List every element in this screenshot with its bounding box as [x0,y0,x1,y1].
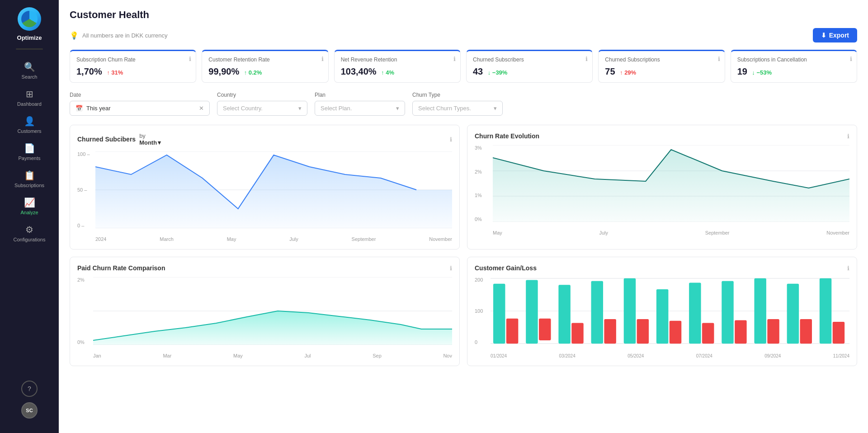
kpi-info-icon-5[interactable]: ℹ [850,56,852,62]
search-icon: 🔍 [24,61,35,72]
export-label: Export [829,32,849,39]
page-title: Customer Health [70,9,857,21]
svg-rect-16 [539,319,551,340]
filter-plan-placeholder: Select Plan. [321,105,352,112]
filter-date-select[interactable]: 📅 This year ✕ [70,101,210,116]
user-avatar[interactable]: SC [21,402,38,419]
kpi-value-row-0: 1,70% ↑ 31% [76,66,189,77]
svg-rect-25 [689,282,701,344]
kpi-value-row-3: 43 ↓ −39% [473,66,586,77]
filters-row: Date 📅 This year ✕ Country Select Countr… [70,92,857,116]
kpi-info-icon-1[interactable]: ℹ [321,56,324,62]
download-icon: ⬇ [821,32,826,39]
chart4-info-icon[interactable]: ℹ [847,265,849,272]
main-content: Customer Health 💡 All numbers are in DKK… [59,0,868,433]
kpi-title-4: Churned Subscriptions [605,56,718,63]
dashboard-icon: ⊞ [26,89,33,99]
chart3-info-icon[interactable]: ℹ [450,265,452,272]
chart1-svg [95,151,452,228]
filter-country-select[interactable]: Select Country. ▾ [217,101,307,116]
analyze-icon: 📈 [24,197,35,208]
help-button[interactable]: ? [21,381,38,397]
sidebar-item-configurations[interactable]: ⚙ Configurations [0,220,59,247]
svg-rect-14 [506,319,518,344]
notice-text: 💡 All numbers are in DKK currency [70,31,168,40]
kpi-card-0: Subscription Churn Rate 1,70% ↑ 31% ℹ [70,50,196,83]
paid-churn-rate-chart: Paid Churn Rate Comparison ℹ 2% 0% [70,257,460,366]
sidebar-item-customers[interactable]: 👤 Customers [0,111,59,138]
filter-churn-select[interactable]: Select Churn Types. ▾ [412,101,503,116]
kpi-value-1: 99,90% [208,66,239,76]
chart4-area: 200 100 0 [475,277,849,358]
sidebar-item-dashboard[interactable]: ⊞ Dashboard [0,84,59,111]
sidebar-item-subscriptions[interactable]: 📋 Subscriptions [0,165,59,193]
kpi-value-5: 19 [737,66,747,76]
kpi-value-2: 103,40% [341,66,377,76]
kpi-info-icon-0[interactable]: ℹ [189,56,191,62]
sidebar-item-label: Payments [19,155,41,161]
sidebar-item-label: Dashboard [17,101,42,107]
avatar-label: SC [26,408,33,413]
svg-rect-19 [591,281,603,344]
sidebar-item-label: Search [22,74,38,80]
sidebar-item-label: Subscriptions [14,183,44,188]
chart1-by-select[interactable]: Month ▾ [139,139,161,146]
chart1-y-labels: 100 – 50 – 0 – [77,151,95,228]
kpi-info-icon-3[interactable]: ℹ [585,56,588,62]
sidebar-divider [16,48,43,50]
kpi-info-icon-4[interactable]: ℹ [718,56,720,62]
svg-rect-24 [670,321,681,344]
clear-icon[interactable]: ✕ [199,105,204,112]
customer-gain-loss-chart: Customer Gain/Loss ℹ 200 100 0 [467,257,857,366]
notice-icon: 💡 [70,31,79,40]
payments-icon: 📄 [24,143,35,154]
kpi-delta-3: ↓ −39% [488,69,508,76]
sidebar-item-payments[interactable]: 📄 Payments [0,138,59,165]
logo [18,7,41,31]
calendar-icon: 📅 [75,105,83,112]
svg-rect-18 [571,323,583,344]
charts-row-2: Paid Churn Rate Comparison ℹ 2% 0% [70,257,857,366]
kpi-delta-0: ↑ 31% [107,69,123,76]
filter-churn-label: Churn Type [412,92,503,98]
sidebar-item-search[interactable]: 🔍 Search [0,57,59,84]
svg-rect-23 [656,289,668,344]
chart4-bars [491,277,849,345]
chart4-header: Customer Gain/Loss ℹ [475,264,849,272]
chevron-down-icon: ▾ [396,105,399,112]
notice-bar: 💡 All numbers are in DKK currency ⬇ Expo… [70,28,857,42]
svg-rect-22 [637,319,649,344]
chart3-area-svg [93,277,452,345]
kpi-value-row-1: 99,90% ↑ 0.2% [208,66,321,77]
configurations-icon: ⚙ [25,224,33,235]
chart1-title: Churned Subcibers by Month ▾ [77,132,161,146]
sidebar-item-label: Customers [17,128,41,134]
sidebar-item-analyze[interactable]: 📈 Analyze [0,193,59,220]
chart2-title: Churn Rate Evolution [475,132,539,140]
svg-rect-20 [604,319,616,344]
filter-country-placeholder: Select Country. [223,105,263,112]
chart1-x-labels: 2024 March May July September November [95,236,452,242]
kpi-card-5: Subscriptions in Cancellation 19 ↓ −53% … [731,50,857,83]
kpi-value-row-4: 75 ↑ 29% [605,66,718,77]
svg-rect-21 [624,278,636,344]
chevron-down-icon: ▾ [494,105,497,112]
kpi-row: Subscription Churn Rate 1,70% ↑ 31% ℹ Cu… [70,50,857,83]
svg-rect-31 [787,284,799,344]
svg-rect-15 [526,280,538,344]
chart1-info-icon[interactable]: ℹ [450,136,452,143]
kpi-info-icon-2[interactable]: ℹ [453,56,456,62]
kpi-value-row-5: 19 ↓ −53% [737,66,850,77]
svg-rect-17 [558,285,570,344]
notice-message: All numbers are in DKK currency [82,32,168,39]
kpi-card-3: Churned Subscribers 43 ↓ −39% ℹ [466,50,593,83]
chart2-info-icon[interactable]: ℹ [847,133,849,140]
charts-row-1: Churned Subcibers by Month ▾ ℹ 100 – 50 … [70,125,857,249]
chevron-down-icon: ▾ [158,139,161,146]
filter-plan-select[interactable]: Select Plan. ▾ [315,101,405,116]
export-button[interactable]: ⬇ Export [813,28,857,42]
kpi-value-0: 1,70% [76,66,102,76]
svg-rect-32 [800,319,812,344]
svg-rect-27 [722,281,733,344]
help-icon: ? [28,385,31,392]
